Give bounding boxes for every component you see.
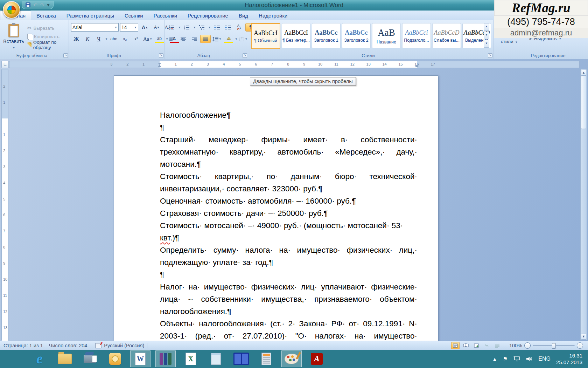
align-left-button[interactable] <box>167 35 177 43</box>
qat-customize-icon[interactable]: ▾ <box>47 2 49 7</box>
sort-button[interactable]: АЯ↓ <box>234 23 245 32</box>
scroll-up-arrow[interactable]: ▲ <box>581 70 586 76</box>
word-count[interactable]: Число слов: 204 <box>49 343 88 348</box>
word-icon[interactable]: W <box>130 350 150 367</box>
print-layout-view-button[interactable] <box>451 342 460 349</box>
notepad-icon[interactable] <box>206 350 226 367</box>
multilevel-menu-arrow[interactable]: ▼ <box>208 26 211 29</box>
paragraph-dialog-launcher[interactable]: ↘ <box>243 53 247 58</box>
web-layout-view-button[interactable] <box>472 342 481 349</box>
justify-button[interactable] <box>200 35 211 43</box>
align-right-button[interactable] <box>189 35 200 43</box>
grow-font-button[interactable]: А▲ <box>140 23 150 32</box>
outline-view-button[interactable] <box>483 342 491 349</box>
document-text[interactable]: Налогообложение¶¶Старший· менеджер· фирм… <box>160 109 417 341</box>
tray-expand-icon[interactable]: ▲ <box>492 356 497 362</box>
bold-button[interactable]: Ж <box>71 35 82 43</box>
paragraph[interactable]: ¶ <box>160 268 417 281</box>
tab-Ссылки[interactable]: Ссылки <box>119 11 148 21</box>
paste-button[interactable]: Вставить ▼ <box>3 23 24 50</box>
style-card-Безинтер[interactable]: AaBbCcI¶ Без интер... <box>282 23 310 48</box>
tab-Вид[interactable]: Вид <box>233 11 253 21</box>
zoom-in-button[interactable]: + <box>577 342 583 349</box>
language-indicator[interactable]: Русский (Россия) <box>104 343 144 348</box>
horizontal-ruler[interactable]: 3211234567891011121314151617 <box>9 61 580 68</box>
change-case-button[interactable]: Аа▼ <box>142 35 153 43</box>
scanner-fax-icon[interactable] <box>80 350 100 367</box>
bullets-menu-arrow[interactable]: ▼ <box>178 26 181 29</box>
style-card-Обычный[interactable]: AaBbCcI¶ Обычный <box>251 23 280 49</box>
tab-Вставка[interactable]: Вставка <box>31 11 61 21</box>
action-center-flag-icon[interactable]: ⚑ <box>503 356 507 362</box>
tab-Рассылки[interactable]: Рассылки <box>148 11 182 21</box>
file-manager-icon[interactable] <box>55 350 75 367</box>
spellcheck-status-icon[interactable] <box>95 343 102 348</box>
zoom-out-button[interactable]: − <box>524 342 531 349</box>
vertical-scrollbar[interactable]: ▲ ▼ <box>580 69 587 340</box>
zoom-slider[interactable] <box>533 345 575 346</box>
zoom-slider-handle[interactable] <box>552 343 556 349</box>
right-indent-marker[interactable] <box>415 65 419 67</box>
draft-view-button[interactable] <box>493 342 502 349</box>
borders-button[interactable]: ▼ <box>238 35 249 43</box>
shrink-font-button[interactable]: А▼ <box>152 23 162 32</box>
styles-scroll-down[interactable]: ▼ <box>484 32 489 39</box>
save-icon[interactable] <box>26 2 30 7</box>
office-button[interactable] <box>3 1 20 19</box>
tab-Рецензирование[interactable]: Рецензирование <box>182 11 233 21</box>
align-center-button[interactable] <box>178 35 188 43</box>
internet-explorer-icon[interactable]: e <box>29 350 50 367</box>
scrollbar-thumb[interactable] <box>581 76 586 129</box>
fullscreen-reading-view-button[interactable] <box>462 342 470 349</box>
redo-icon[interactable]: ↷ <box>40 2 44 7</box>
clock[interactable]: 16:31 25.07.2013 <box>556 352 582 366</box>
zoom-level[interactable]: 100% <box>509 343 522 348</box>
underline-menu-arrow[interactable]: ▼ <box>105 38 108 41</box>
strikethrough-button[interactable]: abc <box>108 35 119 43</box>
tab-Надстройки[interactable]: Надстройки <box>253 11 293 21</box>
style-card-Слабоевы[interactable]: AaBbCcDСлабое вы... <box>432 23 461 48</box>
shading-menu-arrow[interactable]: ▼ <box>235 38 238 41</box>
paint-icon[interactable] <box>281 350 302 367</box>
style-card-Заголовок1[interactable]: AaBbCcЗаголовок 1 <box>312 23 341 48</box>
highlight-button[interactable]: ab <box>154 34 164 43</box>
styles-dialog-launcher[interactable]: ↘ <box>488 53 492 58</box>
styles-scroll-up[interactable]: ▲ <box>484 23 489 31</box>
line-spacing-button[interactable]: ▼ <box>211 35 223 43</box>
undo-icon[interactable]: ↶ <box>33 2 37 7</box>
tab-stop-selector[interactable]: ∟ <box>1 61 9 68</box>
underline-button[interactable]: Ч <box>93 35 104 43</box>
hanging-indent-marker[interactable] <box>158 65 161 67</box>
increase-indent-button[interactable] <box>223 23 233 32</box>
network-icon[interactable] <box>513 356 520 362</box>
outlook-icon[interactable] <box>105 350 125 367</box>
paragraph[interactable]: Объекты· налогообложения· (ст.· 2· Закон… <box>160 318 417 341</box>
paragraph[interactable]: Определить· сумму· налога· на· имущество… <box>160 244 417 268</box>
superscript-button[interactable]: x² <box>131 35 141 43</box>
bullets-button[interactable] <box>167 23 177 32</box>
decrease-indent-button[interactable] <box>212 23 222 32</box>
numbering-menu-arrow[interactable]: ▼ <box>193 26 196 29</box>
font-size-select[interactable]: 14▼ <box>120 23 138 32</box>
cut-button[interactable]: ✂ Вырезать <box>27 24 69 32</box>
font-family-select[interactable]: Arial▼ <box>71 23 119 32</box>
language-switcher[interactable]: ENG <box>538 356 551 362</box>
paragraph[interactable]: Оценочная· стоимость· автомобиля· –· 160… <box>160 195 417 207</box>
style-card-Заголовок2[interactable]: AaBbCcЗаголовок 2 <box>342 23 371 48</box>
paragraph[interactable]: Налог· на· имущество· физических· лиц· у… <box>160 281 417 318</box>
paragraph[interactable]: Стоимость· мотосаней· –· 49000· руб.· (м… <box>160 219 417 244</box>
paragraph[interactable]: Стоимость· квартиры,· по· данным· бюро· … <box>160 170 417 195</box>
tab-Разметка страницы[interactable]: Разметка страницы <box>61 11 119 21</box>
font-dialog-launcher[interactable]: ↘ <box>159 53 163 58</box>
excel-icon[interactable]: X <box>181 350 201 367</box>
adobe-reader-icon[interactable]: A <box>307 350 327 367</box>
format-painter-button[interactable]: Формат по образцу <box>27 41 69 49</box>
winrar-icon[interactable] <box>155 350 176 367</box>
paragraph[interactable]: Страховая· стоимость· дачи· –· 250000· р… <box>160 207 417 219</box>
page-indicator[interactable]: Страница: 1 из 1 <box>4 343 43 348</box>
style-card-Название[interactable]: AaBНазвание <box>372 23 401 48</box>
paragraph[interactable]: ¶ <box>160 121 417 134</box>
clipboard-dialog-launcher[interactable]: ↘ <box>63 53 68 58</box>
paragraph[interactable]: Налогообложение¶ <box>160 109 417 121</box>
italic-button[interactable]: К <box>82 35 93 43</box>
